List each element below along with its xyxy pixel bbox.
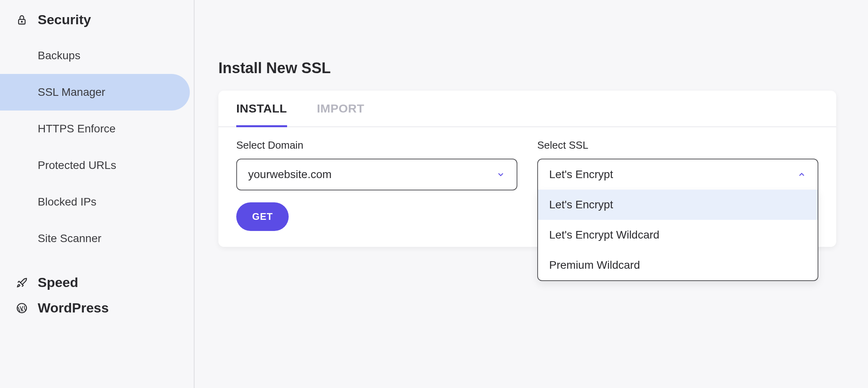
ssl-install-card: INSTALL IMPORT Select Domain yourwebsite…: [218, 91, 836, 247]
ssl-option-premium-wildcard[interactable]: Premium Wildcard: [538, 250, 818, 280]
sidebar-section-label: Speed: [38, 275, 78, 290]
sidebar-item-protected-urls[interactable]: Protected URLs: [0, 147, 194, 184]
domain-label: Select Domain: [236, 139, 517, 151]
tabs: INSTALL IMPORT: [218, 91, 836, 127]
ssl-select-value: Let's Encrypt: [549, 168, 613, 181]
sidebar-item-https-enforce[interactable]: HTTPS Enforce: [0, 111, 194, 147]
sidebar-item-ssl-manager[interactable]: SSL Manager: [0, 74, 190, 111]
sidebar-section-speed[interactable]: Speed: [0, 257, 194, 300]
rocket-icon: [16, 277, 28, 289]
sidebar-section-security[interactable]: Security: [0, 12, 194, 37]
main-content: Install New SSL INSTALL IMPORT Select Do…: [195, 0, 868, 388]
sidebar-item-site-scanner[interactable]: Site Scanner: [0, 220, 194, 257]
ssl-dropdown: Let's Encrypt Let's Encrypt Wildcard Pre…: [537, 190, 818, 281]
get-button[interactable]: GET: [236, 202, 289, 231]
domain-select[interactable]: yourwebsite.com: [236, 159, 517, 190]
sidebar: Security Backups SSL Manager HTTPS Enfor…: [0, 0, 195, 388]
sidebar-section-label: Security: [38, 12, 91, 27]
sidebar-item-label: HTTPS Enforce: [38, 122, 116, 135]
sidebar-section-label: WordPress: [38, 300, 109, 316]
tab-install[interactable]: INSTALL: [236, 102, 287, 127]
sidebar-item-label: Blocked IPs: [38, 196, 96, 208]
domain-field: Select Domain yourwebsite.com: [236, 139, 517, 190]
chevron-up-icon: [797, 170, 806, 179]
sidebar-item-blocked-ips[interactable]: Blocked IPs: [0, 184, 194, 220]
sidebar-item-label: Site Scanner: [38, 232, 101, 245]
wordpress-icon: [16, 302, 28, 314]
chevron-down-icon: [496, 170, 505, 179]
sidebar-item-label: Protected URLs: [38, 159, 116, 172]
sidebar-item-label: Backups: [38, 49, 80, 62]
ssl-label: Select SSL: [537, 139, 818, 151]
page-title: Install New SSL: [218, 60, 836, 77]
sidebar-item-label: SSL Manager: [38, 86, 105, 99]
domain-select-value: yourwebsite.com: [248, 168, 332, 181]
sidebar-item-backups[interactable]: Backups: [0, 37, 194, 74]
lock-icon: [16, 14, 28, 26]
sidebar-section-wordpress[interactable]: WordPress: [0, 300, 194, 326]
tab-import[interactable]: IMPORT: [317, 102, 365, 126]
ssl-field: Select SSL Let's Encrypt Let's Encrypt L…: [537, 139, 818, 190]
ssl-select[interactable]: Let's Encrypt: [537, 159, 818, 190]
ssl-option-lets-encrypt-wildcard[interactable]: Let's Encrypt Wildcard: [538, 220, 818, 250]
form-row: Select Domain yourwebsite.com Select SSL…: [218, 127, 836, 190]
ssl-option-lets-encrypt[interactable]: Let's Encrypt: [538, 190, 818, 220]
svg-point-1: [21, 21, 22, 22]
